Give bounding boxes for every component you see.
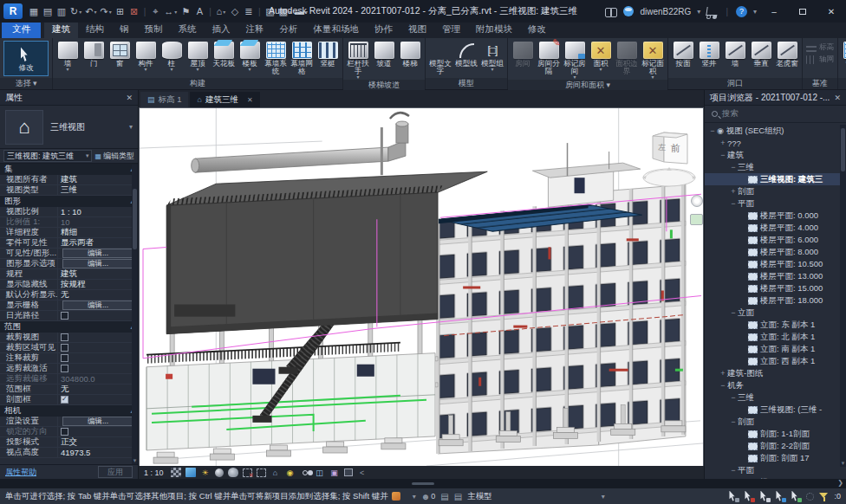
property-value[interactable] — [57, 364, 138, 373]
ribbon-tab-建筑[interactable]: 建筑 — [44, 22, 78, 38]
ribbon-tab-分析[interactable]: 分析 — [272, 22, 306, 38]
collapse-icon[interactable]: − — [719, 151, 727, 159]
property-value[interactable]: 三维 — [57, 185, 138, 195]
ribbon-tab-系统[interactable]: 系统 — [171, 22, 205, 38]
expand-icon[interactable]: + — [719, 369, 727, 378]
filter-icon[interactable] — [819, 492, 829, 501]
detail-level-icon[interactable] — [171, 468, 181, 477]
property-value[interactable] — [57, 333, 138, 342]
collapse-icon[interactable]: − — [708, 126, 717, 135]
close-button[interactable]: ✕ — [820, 3, 843, 19]
property-value[interactable] — [57, 395, 138, 404]
aligned-dimension-icon[interactable]: ↔▾ — [163, 4, 178, 18]
select-pinned-icon[interactable] — [759, 491, 770, 502]
天花板-button[interactable]: 天花板 — [211, 39, 237, 78]
browser-search-input[interactable]: 搜索 — [705, 106, 846, 123]
unlocked-view-icon[interactable]: ⌂ — [270, 468, 281, 477]
temporary-hide-icon[interactable] — [300, 468, 310, 477]
tree-item[interactable]: −◉视图 (SEC组织) — [705, 125, 846, 137]
栏杆扶手-button[interactable]: 栏杆扶手▾ — [345, 39, 371, 80]
柱-button[interactable]: 柱▾ — [159, 39, 185, 78]
expand-icon[interactable]: + — [729, 187, 738, 196]
tree-item[interactable]: 三维视图: (三维 - — [705, 404, 846, 416]
zoom-icon[interactable] — [690, 214, 703, 225]
app-store-cart-icon[interactable] — [706, 7, 719, 16]
ribbon-tab-体量和场地[interactable]: 体量和场地 — [306, 22, 368, 38]
render-dialog-icon[interactable] — [228, 468, 238, 477]
undo-icon[interactable]: ↶▾ — [84, 4, 97, 18]
sync-icon[interactable]: ↻▾ — [69, 4, 82, 18]
ribbon-tab-协作[interactable]: 协作 — [367, 22, 400, 38]
status-notification-icon[interactable] — [392, 492, 400, 501]
tree-item[interactable]: 剖面: 1-1剖面 — [705, 428, 846, 440]
expand-icon[interactable]: + — [719, 139, 727, 147]
minimize-button[interactable]: – — [763, 3, 785, 19]
collapse-icon[interactable]: − — [729, 393, 738, 402]
switch-windows-icon[interactable]: ▩▾ — [278, 4, 292, 18]
tree-item[interactable]: 立面: 西 副本 1 — [705, 355, 846, 367]
print-icon[interactable]: ⊞ — [114, 4, 127, 18]
drag-on-selection-icon[interactable] — [791, 491, 801, 502]
collapse-icon[interactable]: − — [729, 417, 738, 426]
tree-item[interactable]: 剖面: 2-2剖面 — [705, 440, 846, 452]
property-value[interactable]: 编辑... — [57, 249, 138, 258]
property-value[interactable]: 显示两者 — [57, 238, 138, 248]
customize-qat-icon[interactable]: ▬▾ — [294, 4, 309, 18]
select-links-icon[interactable] — [728, 491, 739, 502]
楼板-button[interactable]: 楼板▾ — [237, 39, 263, 78]
墙-button[interactable]: 墙 — [722, 39, 748, 78]
tree-item[interactable]: +建筑-图纸 — [705, 367, 846, 379]
property-value[interactable]: 正交 — [57, 437, 138, 447]
tree-item[interactable]: 剖面: 剖面 17 — [705, 452, 846, 464]
property-value[interactable]: 精细 — [57, 228, 138, 237]
worksharing-display-icon[interactable]: ◫ — [315, 468, 325, 477]
project-browser-close-icon[interactable]: ✕ — [834, 94, 841, 102]
幕墙网格-button[interactable]: 幕墙网格 — [289, 39, 315, 78]
checkbox-unchecked[interactable] — [61, 354, 68, 362]
property-value[interactable]: 无 — [57, 290, 138, 300]
构件-button[interactable]: 构件▾ — [133, 39, 159, 78]
section-icon[interactable]: ◇ — [229, 4, 241, 18]
property-value[interactable]: 1 : 10 — [57, 207, 138, 216]
help-menu-chevron[interactable]: ▾ — [753, 8, 757, 16]
restore-button[interactable] — [791, 3, 814, 19]
bottom-splitter[interactable]: ❯ — [0, 479, 846, 488]
tree-item[interactable]: −三维 — [705, 161, 846, 173]
模型线-button[interactable]: 模型线 — [453, 39, 479, 78]
view-tab-标高 1[interactable]: ▤标高 1 — [140, 92, 188, 107]
tree-item[interactable]: 楼层平面: 18.000 — [705, 294, 846, 307]
section-图形[interactable]: 图形▴ — [0, 196, 138, 207]
checkbox-checked[interactable] — [61, 396, 68, 404]
measure-icon[interactable]: ⌖ — [149, 4, 161, 18]
竖梃-button[interactable]: 竖梃 — [315, 39, 341, 78]
ribbon-tab-附加模块[interactable]: 附加模块 — [468, 22, 520, 38]
tree-item[interactable]: 楼层平面: 8.000 — [705, 246, 846, 258]
tree-item[interactable]: −建筑 — [705, 149, 846, 161]
browser-scrollbar[interactable]: ▾ — [840, 125, 846, 467]
help-icon[interactable]: ? — [736, 6, 747, 17]
type-selector-chevron[interactable]: ▾ — [129, 123, 133, 131]
property-value[interactable]: 按规程 — [57, 280, 138, 289]
tree-item[interactable]: +剖面 — [705, 185, 846, 197]
collapse-icon[interactable]: < — [357, 468, 368, 477]
面积-button[interactable]: 面积▾ — [588, 39, 614, 80]
panel-label-model[interactable]: 模型 — [426, 78, 507, 89]
ribbon-tab-钢[interactable]: 钢 — [112, 22, 137, 38]
tree-item[interactable]: 楼层平面: 4.000 — [705, 222, 846, 234]
save-icon[interactable]: ▥ — [55, 4, 68, 18]
scale-button[interactable]: 1 : 10 — [144, 468, 164, 477]
panel-label-select[interactable]: 选择 ▾ — [0, 78, 52, 89]
user-menu-chevron[interactable]: ▾ — [697, 8, 700, 16]
房间分隔-button[interactable]: 房间分隔 — [536, 39, 562, 80]
checkbox-unchecked[interactable] — [61, 344, 68, 352]
按面-button[interactable]: 按面 — [670, 39, 696, 78]
property-value[interactable]: 编辑... — [57, 417, 138, 426]
collapse-icon[interactable]: − — [729, 308, 738, 317]
section-box-icon[interactable] — [344, 468, 353, 476]
properties-close-icon[interactable]: ✕ — [126, 94, 133, 102]
property-value[interactable]: 建筑 — [57, 175, 138, 184]
墙-button[interactable]: 墙▾ — [55, 39, 81, 78]
ribbon-tab-视图[interactable]: 视图 — [400, 22, 434, 38]
tree-item[interactable]: −平面 — [705, 197, 846, 210]
tree-item[interactable]: 楼层平面: 6.000 — [705, 234, 846, 246]
